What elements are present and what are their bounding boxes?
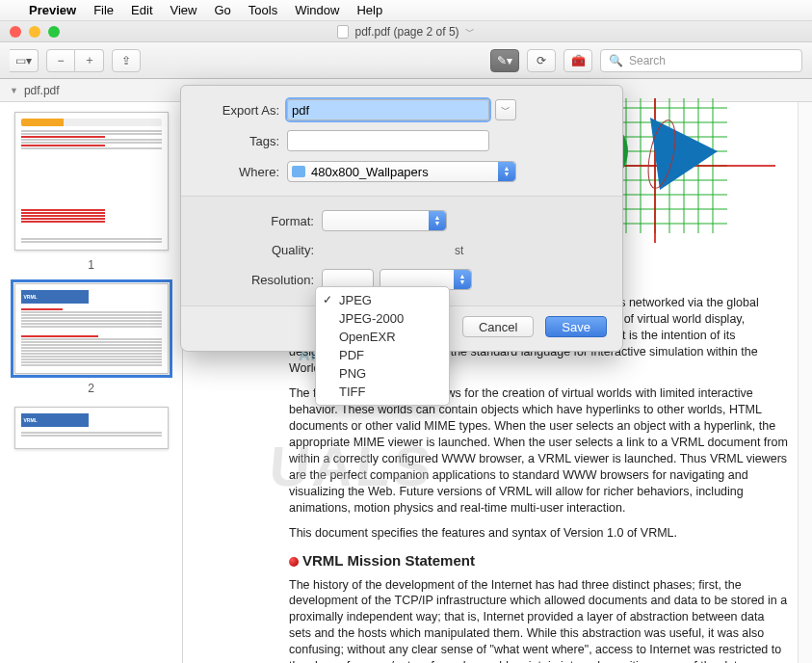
- annotate-button[interactable]: 🧰: [563, 49, 592, 72]
- markup-button[interactable]: ✎▾: [490, 49, 519, 72]
- chevron-down-icon: ﹀: [501, 103, 511, 117]
- window-title: pdf.pdf (page 2 of 5) ﹀: [0, 25, 812, 39]
- search-icon: 🔍: [609, 54, 623, 67]
- view-mode-button[interactable]: ▭▾: [10, 49, 39, 72]
- doc-paragraph: This document specifies the features and…: [289, 525, 789, 542]
- save-button[interactable]: Save: [545, 316, 607, 337]
- system-menubar: Preview File Edit View Go Tools Window H…: [0, 0, 812, 21]
- page-thumbnail-2[interactable]: VRML: [14, 283, 169, 374]
- page-thumbnail-1[interactable]: [14, 112, 169, 251]
- title-chevron-icon[interactable]: ﹀: [465, 25, 475, 39]
- cancel-button[interactable]: Cancel: [462, 316, 534, 337]
- format-option-pdf[interactable]: PDF: [316, 346, 449, 364]
- format-option-png[interactable]: PNG: [316, 364, 449, 383]
- format-popup[interactable]: ▲▼: [322, 210, 447, 231]
- folder-icon: [292, 166, 305, 177]
- export-as-label: Export As:: [195, 103, 279, 118]
- menu-tools[interactable]: Tools: [249, 3, 277, 17]
- zoom-in-button[interactable]: ＋: [75, 49, 104, 72]
- quality-label: Quality:: [195, 243, 314, 257]
- popup-stepper-icon: ▲▼: [498, 162, 515, 181]
- where-value: 480x800_Wallpapers: [311, 165, 429, 179]
- share-icon: ⇪: [121, 54, 131, 67]
- disclosure-triangle-icon[interactable]: ▼: [10, 86, 18, 95]
- zoom-in-icon: ＋: [84, 52, 95, 68]
- where-label: Where:: [195, 165, 279, 179]
- export-as-input[interactable]: [287, 99, 489, 120]
- page-thumbnail-3[interactable]: VRML: [14, 407, 169, 449]
- doc-paragraph: The history of the development of the In…: [289, 577, 789, 664]
- page-number-1: 1: [10, 258, 172, 272]
- format-option-jpeg[interactable]: JPEG: [316, 291, 449, 309]
- format-option-openexr[interactable]: OpenEXR: [316, 328, 449, 346]
- document-proxy-icon[interactable]: [337, 25, 349, 39]
- search-placeholder: Search: [629, 54, 666, 67]
- thumbnail-sidebar: 1 VRML 2 VRML: [0, 102, 183, 663]
- tags-label: Tags:: [195, 134, 279, 148]
- share-button[interactable]: ⇪: [112, 49, 141, 72]
- menu-file[interactable]: File: [93, 3, 114, 17]
- menu-edit[interactable]: Edit: [131, 3, 152, 17]
- tags-input[interactable]: [287, 130, 489, 151]
- toolbar: ▭▾ − ＋ ⇪ ✎▾ ⟳ 🧰 🔍 Search: [0, 42, 812, 79]
- zoom-out-button[interactable]: −: [46, 49, 75, 72]
- where-popup[interactable]: 480x800_Wallpapers ▲▼: [287, 161, 516, 182]
- menu-window[interactable]: Window: [295, 3, 339, 17]
- menu-go[interactable]: Go: [214, 3, 230, 17]
- format-label: Format:: [195, 214, 314, 228]
- app-menu[interactable]: Preview: [29, 3, 76, 17]
- menu-view[interactable]: View: [170, 3, 197, 17]
- tab-document[interactable]: pdf.pdf: [24, 84, 60, 97]
- resolution-label: Resolution:: [195, 273, 314, 287]
- zoom-out-icon: −: [57, 54, 64, 67]
- format-option-jpeg2000[interactable]: JPEG-2000: [316, 309, 449, 328]
- window-titlebar: pdf.pdf (page 2 of 5) ﹀: [0, 21, 812, 42]
- format-dropdown-menu: JPEG JPEG-2000 OpenEXR PDF PNG TIFF: [315, 286, 450, 406]
- vertical-scrollbar[interactable]: [798, 102, 812, 663]
- toolbox-icon: 🧰: [571, 54, 586, 67]
- search-field[interactable]: 🔍 Search: [600, 49, 802, 72]
- doc-heading: VRML Mission Statement: [289, 551, 789, 570]
- expand-save-dialog-button[interactable]: ﹀: [495, 99, 516, 120]
- rotate-button[interactable]: ⟳: [527, 49, 556, 72]
- quality-hint: st: [455, 244, 463, 257]
- rotate-icon: ⟳: [537, 54, 546, 67]
- pencil-icon: ✎▾: [497, 54, 512, 67]
- format-option-tiff[interactable]: TIFF: [316, 383, 449, 401]
- menu-help[interactable]: Help: [356, 3, 382, 17]
- bullet-icon: [289, 557, 299, 567]
- page-number-2: 2: [10, 382, 172, 395]
